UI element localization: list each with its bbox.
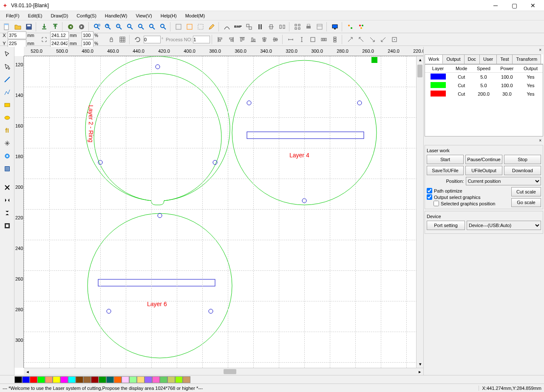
color-swatch[interactable] xyxy=(122,376,129,383)
color-swatch[interactable] xyxy=(99,376,106,383)
panel-close-icon-2[interactable]: × xyxy=(425,138,543,143)
color-swatch[interactable] xyxy=(68,376,76,383)
scrollbar-vertical[interactable]: ▴ ▾ xyxy=(416,56,423,368)
tab-doc[interactable]: Doc xyxy=(464,54,480,64)
color-swatch[interactable] xyxy=(60,376,68,383)
menu-draw[interactable]: Draw(D) xyxy=(46,12,72,19)
align-hcenter-icon[interactable] xyxy=(259,34,269,45)
color-swatch[interactable] xyxy=(183,376,190,383)
maximize-button[interactable]: ▢ xyxy=(505,0,524,11)
nest1-icon[interactable] xyxy=(345,22,355,32)
color-swatch[interactable] xyxy=(14,376,22,383)
color-swatch[interactable] xyxy=(137,376,144,383)
tab-test[interactable]: Test xyxy=(496,54,513,64)
nest2-icon[interactable] xyxy=(356,22,366,32)
position-select[interactable]: Current position xyxy=(466,177,541,185)
color-swatch[interactable] xyxy=(144,376,152,383)
bmp-icon[interactable]: BMP xyxy=(233,22,243,32)
menu-edit[interactable]: Edit(E) xyxy=(24,12,47,19)
menu-help[interactable]: Help(H) xyxy=(156,12,181,19)
color-swatch[interactable] xyxy=(76,376,83,383)
save-icon[interactable] xyxy=(24,22,34,32)
text-tool-icon[interactable]: fI xyxy=(2,125,13,136)
distribute-icon[interactable] xyxy=(277,22,287,32)
anchor-grid-icon[interactable] xyxy=(117,34,128,45)
ungroup-icon[interactable] xyxy=(255,22,265,32)
rotate-input[interactable] xyxy=(144,36,161,43)
show-speckle-icon[interactable] xyxy=(184,22,195,32)
panel-close-icon[interactable]: × xyxy=(425,48,543,53)
scrollbar-horizontal[interactable]: ◂ ▸ xyxy=(24,368,423,375)
show-path-icon[interactable] xyxy=(173,22,184,32)
width-input[interactable] xyxy=(50,31,69,39)
color-swatch[interactable] xyxy=(83,376,91,383)
led-array-icon[interactable] xyxy=(2,163,13,174)
table-row[interactable]: Cut5.0100.0Yes xyxy=(425,73,543,82)
print-icon[interactable] xyxy=(303,22,314,32)
process-no-input[interactable] xyxy=(193,36,210,43)
export-icon[interactable] xyxy=(50,22,60,32)
canvas[interactable]: Layer 2 - Ring Layer 4 Layer 6 xyxy=(24,56,423,368)
zoom-window-icon[interactable] xyxy=(125,22,135,32)
mirror-v-icon[interactable] xyxy=(2,207,13,219)
close-button[interactable]: ✕ xyxy=(524,0,542,11)
origin-br-icon[interactable] xyxy=(378,34,388,45)
dist-v-icon[interactable] xyxy=(330,34,340,45)
menu-config[interactable]: Config(S) xyxy=(72,12,100,19)
origin-tr-icon[interactable] xyxy=(356,34,366,45)
origin-center-icon[interactable] xyxy=(389,34,400,45)
zoom-select-icon[interactable] xyxy=(147,22,157,32)
height-input[interactable] xyxy=(50,40,69,47)
color-swatch[interactable] xyxy=(53,376,60,383)
pencil-icon[interactable] xyxy=(207,22,217,32)
layer-icon[interactable] xyxy=(314,22,325,32)
rotate-icon[interactable] xyxy=(133,34,143,45)
align-vcenter-icon[interactable] xyxy=(270,34,280,45)
curve-icon[interactable] xyxy=(222,22,232,32)
color-swatch[interactable] xyxy=(106,376,114,383)
size-lock-icon[interactable] xyxy=(39,34,49,45)
save-ufile-button[interactable]: SaveToUFile xyxy=(427,166,464,175)
select-tool-icon[interactable] xyxy=(2,48,13,60)
capture-tool-icon[interactable] xyxy=(2,151,13,162)
selected-graphics-pos-checkbox[interactable] xyxy=(434,201,439,206)
output-select-checkbox[interactable] xyxy=(427,194,432,200)
color-swatch[interactable] xyxy=(22,376,30,383)
undo-icon[interactable] xyxy=(65,22,76,32)
zoom-all-icon[interactable] xyxy=(136,22,146,32)
array-icon[interactable] xyxy=(292,22,303,32)
origin-bl-icon[interactable] xyxy=(367,34,377,45)
mirror-h-icon[interactable] xyxy=(2,195,13,206)
menu-handle[interactable]: Handle(W) xyxy=(101,12,132,19)
same-height-icon[interactable] xyxy=(297,34,307,45)
table-row[interactable]: Cut200.030.0Yes xyxy=(425,90,543,98)
align-center-icon[interactable] xyxy=(2,220,13,231)
color-swatch[interactable] xyxy=(45,376,53,383)
point-tool-icon[interactable] xyxy=(2,138,13,149)
menu-view[interactable]: View(V) xyxy=(131,12,156,19)
port-setting-button[interactable]: Port setting xyxy=(427,221,465,230)
color-swatch[interactable] xyxy=(160,376,167,383)
align-top-icon[interactable] xyxy=(237,34,247,45)
dist-h-icon[interactable] xyxy=(319,34,329,45)
new-file-icon[interactable] xyxy=(2,22,12,32)
origin-tl-icon[interactable] xyxy=(345,34,355,45)
device-select[interactable]: Device---(USB:Auto) xyxy=(467,221,541,230)
close-shape-icon[interactable] xyxy=(2,182,13,193)
ellipse-tool-icon[interactable] xyxy=(2,112,13,123)
zoom-in-icon[interactable]: + xyxy=(103,22,113,32)
align-tool-icon[interactable] xyxy=(266,22,276,32)
rect-tool-icon[interactable] xyxy=(2,99,13,111)
menu-file[interactable]: File(F) xyxy=(2,12,24,19)
zoom-out-icon[interactable]: - xyxy=(114,22,124,32)
table-row[interactable]: Cut5.0100.0Yes xyxy=(425,81,543,90)
download-button[interactable]: Download xyxy=(504,166,541,175)
start-button[interactable]: Start xyxy=(427,155,464,164)
color-swatch[interactable] xyxy=(114,376,122,383)
color-swatch[interactable] xyxy=(152,376,160,383)
path-optimize-checkbox[interactable] xyxy=(427,188,432,193)
scale-x-input[interactable] xyxy=(82,31,94,39)
polyline-tool-icon[interactable] xyxy=(2,87,13,98)
align-bottom-icon[interactable] xyxy=(248,34,258,45)
stop-button[interactable]: Stop xyxy=(504,155,541,164)
